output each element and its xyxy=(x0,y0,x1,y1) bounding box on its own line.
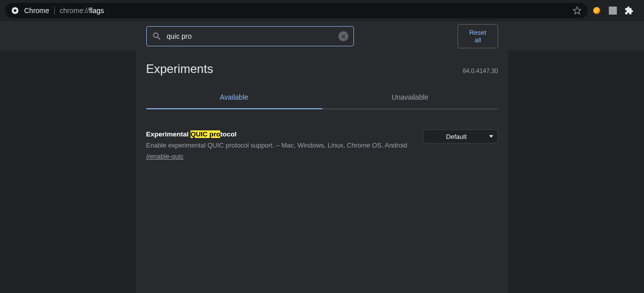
tabs: Available Unavailable xyxy=(146,93,498,109)
browser-toolbar: Chrome chrome://flags xyxy=(0,0,644,21)
tab-available[interactable]: Available xyxy=(146,93,322,109)
bookmark-star-icon[interactable] xyxy=(573,6,582,15)
flags-search-input[interactable] xyxy=(167,32,334,40)
omnibox-url: chrome://flags xyxy=(60,6,104,15)
svg-point-1 xyxy=(14,9,17,12)
flag-state-select[interactable]: Default xyxy=(423,129,498,143)
flag-entry: Experimental QUIC protocol Enable experi… xyxy=(146,129,498,161)
flags-content: Experiments 84.0.4147.30 Available Unava… xyxy=(136,51,508,293)
flag-description: Enable experimental QUIC protocol suppor… xyxy=(146,140,411,151)
extensions-puzzle-icon[interactable] xyxy=(624,6,634,16)
tab-unavailable[interactable]: Unavailable xyxy=(322,93,498,109)
omnibox-app-label: Chrome xyxy=(24,7,49,15)
extension-placeholder-icon[interactable] xyxy=(609,7,617,15)
chrome-version: 84.0.4147.30 xyxy=(463,67,498,75)
flags-search-box xyxy=(146,26,354,46)
flags-header: Reset all xyxy=(0,21,644,51)
toolbar-extension-icons xyxy=(592,6,639,16)
flag-title: Experimental QUIC protocol xyxy=(146,129,411,139)
omnibox-divider xyxy=(54,7,55,15)
flag-anchor-link[interactable]: #enable-quic xyxy=(146,152,183,162)
extension-icon[interactable] xyxy=(592,6,602,16)
search-icon xyxy=(152,31,162,41)
chrome-icon xyxy=(11,7,19,15)
omnibox[interactable]: Chrome chrome://flags xyxy=(5,3,588,18)
page-title: Experiments xyxy=(146,62,213,76)
clear-search-icon[interactable] xyxy=(338,31,348,41)
reset-all-button[interactable]: Reset all xyxy=(457,24,498,48)
